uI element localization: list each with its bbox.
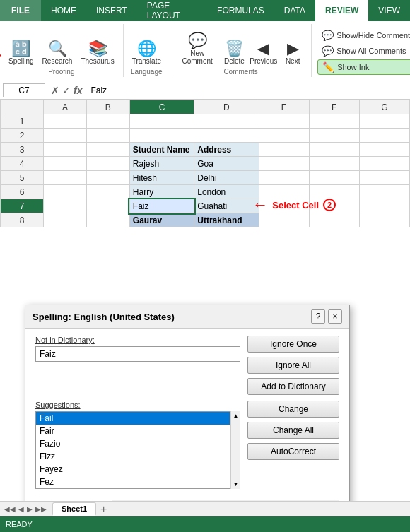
cancel-formula-icon[interactable]: ✗ <box>51 85 59 96</box>
cell-C7[interactable]: Faiz <box>129 199 194 213</box>
cell-A5[interactable] <box>43 171 86 185</box>
cell-E4[interactable] <box>259 157 309 171</box>
suggest-item-1[interactable]: Fair <box>36 425 230 437</box>
cell-F4[interactable] <box>309 157 359 171</box>
add-sheet-button[interactable]: + <box>98 503 110 516</box>
cell-D4[interactable]: Goa <box>194 157 259 171</box>
cell-G3[interactable] <box>359 143 409 157</box>
sheet-tab-sheet1[interactable]: Sheet1 <box>52 502 96 516</box>
cell-E7[interactable] <box>259 199 309 213</box>
cell-G8[interactable] <box>359 213 409 227</box>
row-header-1[interactable]: 1 <box>1 114 44 129</box>
scroll-up-button[interactable]: ▲ <box>233 413 239 419</box>
col-header-D[interactable]: D <box>194 100 259 114</box>
tab-page-layout[interactable]: PAGE LAYOUT <box>137 0 207 21</box>
sheet-nav-next[interactable]: ▶ <box>25 505 34 513</box>
tab-insert[interactable]: INSERT <box>86 0 137 21</box>
col-header-C[interactable]: C <box>129 100 194 114</box>
cell-E6[interactable] <box>259 185 309 199</box>
cell-C4[interactable]: Rajesh <box>129 157 194 171</box>
suggest-item-5[interactable]: Fez <box>36 475 230 488</box>
cell-F2[interactable] <box>309 129 359 143</box>
suggest-item-2[interactable]: Fazio <box>36 437 230 450</box>
cell-A1[interactable] <box>43 114 86 129</box>
col-header-G[interactable]: G <box>359 100 409 114</box>
row-header-4[interactable]: 4 <box>1 157 44 171</box>
cell-E1[interactable] <box>259 114 309 129</box>
cell-F7[interactable] <box>309 199 359 213</box>
cell-F3[interactable] <box>309 143 359 157</box>
research-button[interactable]: 🔍 Research <box>40 40 76 66</box>
dialog-close-button[interactable]: × <box>328 309 342 324</box>
spelling-button[interactable]: → 3 🔡 Spelling <box>6 40 37 66</box>
cell-D7[interactable]: Guahati <box>194 199 259 213</box>
tab-review[interactable]: REVIEW ↓ 1 <box>315 0 368 21</box>
tab-file[interactable]: FILE <box>0 0 41 21</box>
suggest-item-0[interactable]: Fail <box>36 412 230 425</box>
suggestions-list[interactable]: Fail Fair Fazio Fizz Fayez Fez <box>35 411 230 489</box>
change-button[interactable]: Change <box>247 401 339 418</box>
tab-view[interactable]: VIEW <box>368 0 410 21</box>
sheet-nav-prev[interactable]: ◀ <box>17 505 25 513</box>
cell-F1[interactable] <box>309 114 359 129</box>
cell-F8[interactable] <box>309 213 359 227</box>
row-header-3[interactable]: 3 <box>1 143 44 157</box>
formula-input[interactable] <box>88 84 407 97</box>
cell-F6[interactable] <box>309 185 359 199</box>
cell-D1[interactable] <box>194 114 259 129</box>
cell-C8[interactable]: Gaurav <box>129 213 194 227</box>
cell-D2[interactable] <box>194 129 259 143</box>
row-header-5[interactable]: 5 <box>1 171 44 185</box>
insert-function-icon[interactable]: fx <box>74 85 82 96</box>
tab-formulas[interactable]: FORMULAS <box>207 0 274 21</box>
translate-button[interactable]: 🌐 Translate <box>129 40 164 66</box>
cell-C1[interactable] <box>129 114 194 129</box>
cell-D5[interactable]: Delhi <box>194 171 259 185</box>
tab-home[interactable]: HOME <box>41 0 86 21</box>
autocorrect-button[interactable]: AutoCorrect <box>247 443 339 460</box>
cell-B2[interactable] <box>86 129 129 143</box>
previous-button[interactable]: ◀ Previous <box>250 40 277 66</box>
suggestions-scrollbar[interactable]: ▲ ▼ <box>230 411 240 489</box>
cell-B8[interactable] <box>86 213 129 227</box>
col-header-E[interactable]: E <box>259 100 309 114</box>
col-header-A[interactable]: A <box>43 100 86 114</box>
suggest-item-3[interactable]: Fizz <box>36 450 230 463</box>
cell-B5[interactable] <box>86 171 129 185</box>
cell-G4[interactable] <box>359 157 409 171</box>
cell-G2[interactable] <box>359 129 409 143</box>
show-hide-comment-button[interactable]: 💬 Show/Hide Comment <box>317 28 410 42</box>
cell-C6[interactable]: Harry <box>129 185 194 199</box>
cell-G7[interactable] <box>359 199 409 213</box>
cell-D8[interactable]: Uttrakhand <box>194 213 259 227</box>
dialog-help-button[interactable]: ? <box>311 309 325 324</box>
new-comment-button[interactable]: 💬 New Comment <box>176 32 218 66</box>
sheet-nav-right[interactable]: ▶▶ <box>34 505 48 513</box>
tab-data[interactable]: DATA <box>274 0 315 21</box>
cell-C2[interactable] <box>129 129 194 143</box>
cell-A3[interactable] <box>43 143 86 157</box>
change-all-button[interactable]: Change All <box>247 422 339 439</box>
cell-B6[interactable] <box>86 185 129 199</box>
cell-F5[interactable] <box>309 171 359 185</box>
col-header-B[interactable]: B <box>86 100 129 114</box>
dict-language-select[interactable]: English (United States) <box>112 500 339 501</box>
cell-E3[interactable] <box>259 143 309 157</box>
show-ink-button[interactable]: ✏️ Show Ink <box>317 59 410 75</box>
cell-C3[interactable]: Student Name <box>129 143 194 157</box>
ignore-once-button[interactable]: Ignore Once <box>247 336 339 353</box>
ignore-all-button[interactable]: Ignore All <box>247 357 339 374</box>
row-header-8[interactable]: 8 <box>1 213 44 227</box>
cell-B1[interactable] <box>86 114 129 129</box>
suggest-item-4[interactable]: Fayez <box>36 463 230 475</box>
cell-reference-box[interactable] <box>3 83 45 97</box>
cell-D3[interactable]: Address <box>194 143 259 157</box>
cell-A8[interactable] <box>43 213 86 227</box>
cell-B7[interactable] <box>86 199 129 213</box>
cell-E8[interactable] <box>259 213 309 227</box>
thesaurus-button[interactable]: 📚 Thesaurus <box>78 40 117 66</box>
cell-D6[interactable]: London <box>194 185 259 199</box>
cell-G1[interactable] <box>359 114 409 129</box>
confirm-formula-icon[interactable]: ✓ <box>62 85 71 96</box>
cell-G6[interactable] <box>359 185 409 199</box>
